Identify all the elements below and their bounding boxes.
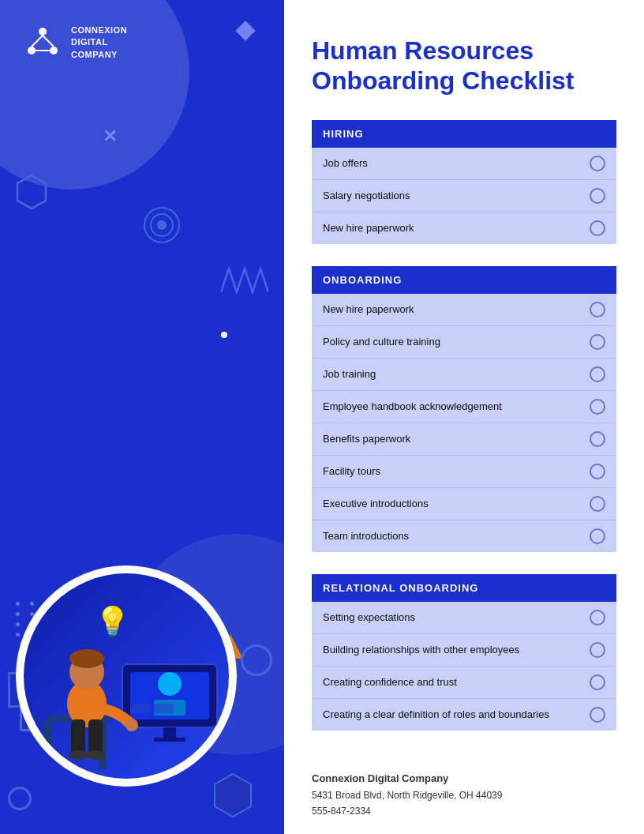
checklist-item: New hire paperwork: [312, 212, 616, 244]
checkbox-circle[interactable]: [590, 188, 605, 204]
item-label: Job offers: [323, 157, 368, 169]
deco-diamond-1: [235, 21, 255, 40]
checkbox-circle[interactable]: [590, 156, 605, 171]
checklist-item: Job training: [312, 359, 616, 391]
item-label: Creating a clear definition of roles and…: [323, 708, 549, 720]
item-label: New hire paperwork: [323, 303, 414, 315]
svg-marker-7: [215, 774, 251, 817]
checkbox-circle[interactable]: [590, 302, 605, 317]
checklist-item: Creating a clear definition of roles and…: [312, 699, 616, 731]
checklist-item: Salary negotiations: [312, 180, 616, 212]
footer-phone: 555-847-2334: [312, 803, 616, 819]
logo-icon: [24, 24, 62, 62]
checkbox-circle[interactable]: [590, 674, 605, 690]
section-header-hiring: HIRING: [312, 120, 616, 148]
deco-hex-2: [213, 772, 253, 818]
checkbox-circle[interactable]: [590, 431, 605, 447]
section-relational: RELATIONAL ONBOARDINGSetting expectation…: [312, 574, 616, 731]
deco-x-1: ✕: [103, 126, 117, 147]
item-label: Setting expectations: [323, 611, 415, 623]
checklist-item: Team introductions: [312, 520, 616, 552]
person-icon: [32, 621, 142, 779]
deco-circle-outline-1: [241, 644, 272, 676]
svg-line-4: [43, 36, 54, 47]
right-panel: Human Resources Onboarding Checklist HIR…: [284, 0, 644, 834]
svg-rect-28: [88, 719, 103, 755]
svg-point-1: [28, 47, 36, 54]
logo-area: CONNEXION DIGITAL COMPANY: [24, 24, 127, 62]
svg-point-0: [39, 28, 47, 36]
checklist-item: Executive introductions: [312, 488, 616, 520]
checkbox-circle[interactable]: [590, 366, 605, 382]
checkbox-circle[interactable]: [590, 334, 605, 350]
checkbox-circle[interactable]: [590, 220, 605, 236]
checkbox-circle[interactable]: [590, 610, 605, 626]
item-label: Facility tours: [323, 465, 380, 477]
svg-rect-27: [71, 719, 85, 755]
svg-point-29: [69, 750, 88, 760]
deco-white-dot: [221, 332, 227, 338]
checklist-item: Facility tours: [312, 456, 616, 488]
section-onboarding: ONBOARDINGNew hire paperworkPolicy and c…: [312, 266, 616, 552]
logo-text: CONNEXION DIGITAL COMPANY: [71, 24, 127, 61]
item-label: Creating confidence and trust: [323, 676, 457, 688]
svg-point-25: [69, 649, 104, 668]
deco-bottom-circle: [8, 787, 32, 810]
svg-point-26: [125, 719, 138, 731]
checkbox-circle[interactable]: [590, 528, 605, 544]
checkbox-circle[interactable]: [590, 496, 605, 512]
checkbox-circle[interactable]: [590, 399, 605, 415]
sections-container: HIRINGJob offersSalary negotiationsNew h…: [312, 120, 616, 731]
checklist-item: Policy and culture training: [312, 326, 616, 359]
checklist-item: Benefits paperwork: [312, 423, 616, 456]
item-label: Job training: [323, 368, 376, 380]
item-label: Policy and culture training: [323, 336, 440, 348]
svg-point-14: [158, 672, 182, 696]
item-label: Building relationships with other employ…: [323, 644, 519, 656]
checklist-item: Building relationships with other employ…: [312, 634, 616, 667]
svg-point-30: [86, 750, 105, 760]
svg-marker-6: [17, 175, 46, 208]
svg-rect-21: [43, 722, 51, 769]
item-label: Employee handbook acknowledgement: [323, 400, 502, 412]
footer-address: 5431 Broad Blvd, North Ridgeville, OH 44…: [312, 787, 616, 803]
item-label: New hire paperwork: [323, 222, 414, 234]
svg-point-2: [50, 47, 58, 54]
deco-zigzag-1: [221, 261, 268, 300]
deco-hex-1: [16, 174, 47, 210]
circle-illustration: 💡: [16, 565, 237, 787]
deco-target-1: [142, 205, 182, 245]
item-label: Benefits paperwork: [323, 433, 410, 445]
svg-point-10: [157, 220, 167, 230]
checklist-item: Creating confidence and trust: [312, 667, 616, 699]
section-hiring: HIRINGJob offersSalary negotiationsNew h…: [312, 120, 616, 244]
item-label: Team introductions: [323, 530, 409, 542]
page-title: Human Resources Onboarding Checklist: [312, 36, 616, 96]
checkbox-circle[interactable]: [590, 464, 605, 479]
section-header-onboarding: ONBOARDING: [312, 266, 616, 294]
checklist-item: New hire paperwork: [312, 294, 616, 326]
checklist-item: Setting expectations: [312, 602, 616, 634]
svg-line-3: [32, 36, 43, 47]
checklist-item: Job offers: [312, 148, 616, 180]
svg-rect-18: [163, 727, 176, 739]
section-header-relational: RELATIONAL ONBOARDING: [312, 574, 616, 602]
checklist-item: Employee handbook acknowledgement: [312, 391, 616, 423]
item-label: Executive introductions: [323, 498, 429, 509]
checkbox-circle[interactable]: [590, 707, 605, 723]
footer-company: Connexion Digital Company: [312, 770, 616, 787]
svg-rect-19: [154, 738, 185, 742]
footer: Connexion Digital Company 5431 Broad Blv…: [312, 754, 616, 820]
left-panel: CONNEXION DIGITAL COMPANY ✕ ✕: [0, 0, 284, 834]
checkbox-circle[interactable]: [590, 642, 605, 658]
item-label: Salary negotiations: [323, 190, 410, 201]
svg-rect-17: [154, 704, 174, 713]
